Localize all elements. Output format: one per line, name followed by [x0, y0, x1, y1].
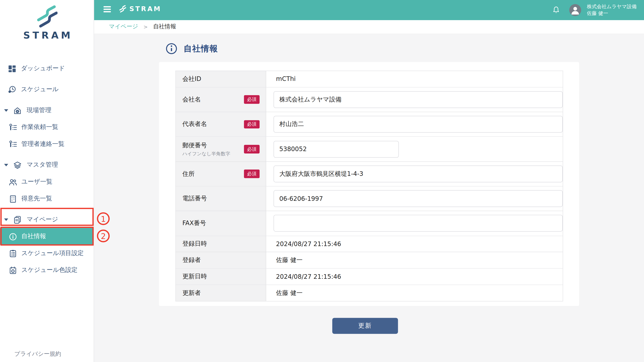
user-block: 株式会社ムラヤマ設備 佐藤 健一 [587, 3, 636, 16]
sidebar-item-label: ダッシュボード [21, 64, 65, 72]
brand-text: STRAM [129, 5, 162, 13]
breadcrumb-separator: > [144, 24, 148, 30]
info-icon [8, 232, 18, 241]
building-icon [8, 194, 18, 204]
task-list-icon [8, 140, 18, 149]
table-row-representative: 代表者名 必須 [176, 112, 563, 137]
calendar-color-icon [8, 266, 18, 275]
postal-code-input[interactable] [274, 141, 399, 158]
user-company: 株式会社ムラヤマ設備 [587, 3, 636, 10]
dashboard-icon [7, 64, 17, 73]
chevron-down-icon [4, 218, 8, 221]
sidebar-item-label: 得意先一覧 [22, 195, 52, 202]
field-label: FAX番号 [182, 220, 266, 227]
table-row-fax: FAX番号 [176, 211, 563, 236]
clipboard-list-icon [8, 248, 18, 258]
company-name-input[interactable] [274, 91, 563, 108]
update-button[interactable]: 更新 [332, 318, 398, 334]
required-badge: 必須 [244, 95, 260, 104]
chevron-down-icon [4, 109, 8, 112]
sidebar-item-work-requests[interactable]: 作業依頼一覧 [0, 119, 94, 136]
company-info-table: 会社ID mCThi 会社名 必須 代表者名 必須 [176, 71, 563, 302]
page-title: 自社情報 [166, 43, 218, 55]
required-badge: 必須 [244, 120, 260, 128]
sidebar: STRAM ダッシュボード スケジュール 現場管理 [0, 0, 94, 362]
address-input[interactable] [274, 166, 563, 182]
field-value: 2024/08/27 21:15:46 [276, 273, 341, 280]
field-value: 佐藤 健一 [276, 289, 303, 297]
sidebar-item-label: 現場管理 [26, 106, 51, 114]
field-label: 更新日時 [182, 273, 266, 280]
documents-icon [13, 215, 22, 224]
fax-input[interactable] [274, 215, 563, 232]
table-row-created-by: 登録者 佐藤 健一 [176, 252, 563, 269]
chevron-down-icon [4, 164, 8, 166]
sidebar-item-dashboard[interactable]: ダッシュボード [0, 60, 94, 77]
page-title-text: 自社情報 [184, 43, 218, 54]
top-bar: STRAM 株式会社ムラヤマ設備 佐藤 健一 [94, 0, 644, 20]
sidebar-item-admin-contacts[interactable]: 管理者連絡一覧 [0, 136, 94, 152]
sidebar-item-mypage[interactable]: マイページ [0, 211, 94, 228]
privacy-policy-link[interactable]: プライバシー規約 [14, 350, 61, 358]
info-icon [166, 43, 178, 55]
phone-input[interactable] [274, 190, 563, 207]
table-row-postal-code: 郵便番号 ハイフンなし半角数字 必須 [176, 137, 563, 162]
app-logo: STRAM [0, 0, 94, 60]
sidebar-item-label: スケジュール色設定 [22, 266, 78, 274]
sidebar-item-label: スケジュール項目設定 [22, 249, 84, 257]
site-management-icon [13, 106, 22, 115]
field-label: 登録日時 [182, 240, 266, 248]
field-label: 登録者 [182, 256, 266, 264]
table-row-company-name: 会社名 必須 [176, 88, 563, 112]
field-label: 更新者 [182, 289, 266, 297]
sidebar-item-schedule-item-settings[interactable]: スケジュール項目設定 [0, 245, 94, 262]
field-value: mCThi [276, 75, 296, 82]
header-brand: STRAM [119, 4, 162, 13]
field-label: 電話番号 [182, 195, 266, 202]
breadcrumb: マイページ > 自社情報 [94, 20, 644, 34]
layers-icon [13, 160, 22, 170]
user-icon [569, 4, 581, 16]
sidebar-item-customer-list[interactable]: 得意先一覧 [0, 190, 94, 207]
logo-text: STRAM [0, 30, 94, 41]
table-row-updated-by: 更新者 佐藤 健一 [176, 285, 563, 302]
breadcrumb-current: 自社情報 [153, 23, 176, 30]
stram-logo-icon [36, 4, 58, 29]
required-badge: 必須 [244, 170, 260, 178]
avatar[interactable] [569, 4, 581, 16]
sidebar-item-schedule[interactable]: スケジュール [0, 81, 94, 98]
sidebar-item-master-management[interactable]: マスタ管理 [0, 156, 94, 173]
sidebar-item-user-list[interactable]: ユーザ一覧 [0, 173, 94, 190]
content: 自社情報 会社ID mCThi 会社名 必須 [94, 34, 644, 362]
field-label: 会社ID [182, 75, 266, 83]
sidebar-item-label: マスタ管理 [26, 161, 58, 169]
sidebar-item-company-info[interactable]: 自社情報 [0, 228, 94, 244]
sidebar-item-label: 管理者連絡一覧 [22, 140, 64, 148]
table-row-phone: 電話番号 [176, 186, 563, 211]
sidebar-item-label: スケジュール [21, 86, 59, 93]
user-name: 佐藤 健一 [587, 10, 636, 16]
sidebar-item-site-management[interactable]: 現場管理 [0, 102, 94, 119]
users-icon [8, 177, 18, 186]
breadcrumb-parent[interactable]: マイページ [109, 23, 138, 30]
topbar-right: 株式会社ムラヤマ設備 佐藤 健一 [552, 0, 637, 20]
sidebar-item-schedule-color-settings[interactable]: スケジュール色設定 [0, 262, 94, 278]
sidebar-item-label: 自社情報 [22, 232, 46, 240]
table-row-company-id: 会社ID mCThi [176, 71, 563, 88]
sidebar-item-label: マイページ [26, 216, 58, 224]
table-row-created-at: 登録日時 2024/08/27 21:15:46 [176, 236, 563, 252]
sidebar-item-label: ユーザ一覧 [22, 178, 52, 186]
table-row-address: 住所 必須 [176, 162, 563, 186]
table-row-updated-at: 更新日時 2024/08/27 21:15:46 [176, 269, 563, 285]
field-value: 佐藤 健一 [276, 256, 303, 264]
bell-icon[interactable] [552, 5, 560, 15]
representative-input[interactable] [274, 116, 563, 133]
field-value: 2024/08/27 21:15:46 [276, 240, 341, 248]
task-list-icon [8, 122, 18, 132]
app-canvas: STRAM ダッシュボード スケジュール 現場管理 [0, 0, 644, 362]
sidebar-item-label: 作業依頼一覧 [22, 123, 58, 131]
required-badge: 必須 [244, 145, 260, 153]
sidebar-nav: ダッシュボード スケジュール 現場管理 作業依頼一覧 [0, 60, 94, 278]
company-info-card: 会社ID mCThi 会社名 必須 代表者名 必須 [159, 62, 579, 306]
hamburger-icon[interactable] [104, 6, 111, 14]
